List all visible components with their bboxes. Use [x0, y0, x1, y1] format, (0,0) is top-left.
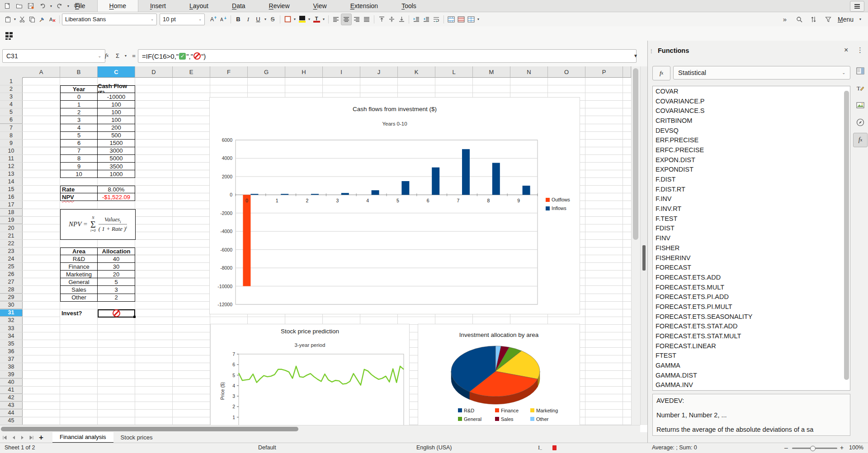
- column-header-P[interactable]: P: [585, 66, 623, 78]
- column-header-B[interactable]: B: [60, 66, 98, 78]
- cashflow-header-year[interactable]: Year: [60, 85, 98, 93]
- menu-button[interactable]: MMenuenu: [838, 14, 854, 25]
- invest-label[interactable]: Invest?: [60, 309, 98, 317]
- allocation-area-Finance[interactable]: Finance: [60, 263, 98, 271]
- cashflow-value-9[interactable]: 3500: [98, 163, 135, 170]
- horizontal-scrollbar-thumb[interactable]: [1, 427, 298, 431]
- function-item-critbinom[interactable]: CRITBINOM: [653, 116, 850, 126]
- function-item-fdist[interactable]: FDIST: [653, 224, 850, 234]
- rate-value[interactable]: 8.00%: [98, 186, 135, 193]
- background-color-button[interactable]: [297, 14, 307, 25]
- function-item-gamma[interactable]: GAMMA: [653, 360, 850, 370]
- function-item-fisher[interactable]: FISHER: [653, 243, 850, 253]
- first-sheet-button[interactable]: [0, 433, 9, 442]
- column-header-E[interactable]: E: [173, 66, 210, 78]
- allocation-header-value[interactable]: Allocation: [98, 248, 135, 255]
- insert-function-button[interactable]: fx: [652, 66, 670, 80]
- sheet-tab-financial-analysis[interactable]: Financial analysis: [52, 432, 113, 443]
- cashflow-year-5[interactable]: 5: [60, 132, 98, 140]
- bold-button[interactable]: B: [233, 14, 243, 25]
- function-item-ftest[interactable]: FTEST: [653, 351, 850, 361]
- function-item-forecast.linear[interactable]: FORECAST.LINEAR: [653, 341, 850, 351]
- cashflow-value-6[interactable]: 1500: [98, 140, 135, 147]
- panel-menu-icon[interactable]: ⋮: [857, 46, 863, 54]
- autosum-button[interactable]: Σ: [113, 50, 123, 61]
- allocation-area-R&D[interactable]: R&D: [60, 255, 98, 263]
- formula-equals-button[interactable]: =: [129, 50, 139, 61]
- column-header-A[interactable]: A: [23, 66, 60, 78]
- underline-button[interactable]: U: [253, 14, 263, 25]
- menu-tab-tools[interactable]: Tools: [390, 0, 428, 12]
- cashflow-year-3[interactable]: 3: [60, 116, 98, 124]
- menu-tab-data[interactable]: Data: [220, 0, 257, 12]
- cashflow-year-4[interactable]: 4: [60, 124, 98, 132]
- sort-button[interactable]: [809, 14, 819, 25]
- styles-deck-icon[interactable]: T: [854, 81, 867, 95]
- zoom-slider[interactable]: [792, 448, 837, 449]
- cashflow-value-2[interactable]: 100: [98, 108, 135, 116]
- function-item-fisherinv[interactable]: FISHERINV: [653, 253, 850, 263]
- toolbar-overflow-button[interactable]: »: [780, 14, 790, 25]
- sidebar-splitter[interactable]: [640, 66, 648, 425]
- cashflow-year-7[interactable]: 7: [60, 147, 98, 155]
- borders-dropdown-arrow[interactable]: ▼: [292, 18, 297, 21]
- horizontal-scrollbar[interactable]: [0, 425, 640, 433]
- borders-button[interactable]: [283, 14, 292, 25]
- line-chart[interactable]: Stock price prediction3-year period01234…: [210, 324, 410, 425]
- cashflow-value-3[interactable]: 100: [98, 116, 135, 124]
- formula-input[interactable]: =IF(C16>0,"✓",""): [138, 49, 637, 63]
- function-item-forecast.ets.pi.mult[interactable]: FORECAST.ETS.PI.MULT: [653, 302, 850, 312]
- increase-indent-button[interactable]: [411, 14, 421, 25]
- autofilter-button[interactable]: [823, 14, 833, 25]
- column-header-L[interactable]: L: [435, 66, 473, 78]
- function-item-forecast[interactable]: FORECAST: [653, 262, 850, 272]
- allocation-value-Finance[interactable]: 30: [98, 263, 135, 271]
- last-sheet-button[interactable]: [27, 433, 36, 442]
- align-bottom-button[interactable]: [396, 14, 406, 25]
- navigator-deck-icon[interactable]: [854, 116, 867, 129]
- font-color-dropdown-arrow[interactable]: ▼: [321, 18, 326, 21]
- clone-formatting-button[interactable]: [37, 14, 47, 25]
- allocation-header-area[interactable]: Area: [60, 248, 98, 255]
- previous-sheet-button[interactable]: [9, 433, 18, 442]
- align-left-button[interactable]: [331, 14, 341, 25]
- bar-chart[interactable]: Cash flows from investment ($)Years 0-10…: [209, 97, 580, 314]
- autosum-dropdown-arrow[interactable]: ▼: [123, 54, 128, 57]
- allocation-value-R&D[interactable]: 40: [98, 255, 135, 263]
- function-item-f.inv[interactable]: F.INV: [653, 194, 850, 204]
- align-right-button[interactable]: [352, 14, 362, 25]
- document-modified-icon[interactable]: [552, 445, 557, 452]
- column-header-I[interactable]: I: [323, 66, 360, 78]
- column-header-O[interactable]: O: [548, 66, 585, 78]
- zoom-percentage[interactable]: 100%: [849, 444, 863, 451]
- language-indicator[interactable]: English (USA): [416, 444, 452, 451]
- merge-and-center-button[interactable]: [446, 14, 456, 25]
- center-vertically-button[interactable]: [387, 14, 396, 25]
- cashflow-value-0[interactable]: -10000: [98, 93, 135, 101]
- paste-dropdown-arrow[interactable]: ▼: [13, 18, 17, 21]
- sidebar-collapse-handle[interactable]: [642, 245, 646, 271]
- column-header-K[interactable]: K: [398, 66, 435, 78]
- unmerge-cells-button[interactable]: [466, 14, 476, 25]
- allocation-value-Marketing[interactable]: 20: [98, 271, 135, 278]
- column-header-M[interactable]: M: [473, 66, 510, 78]
- add-sheet-button[interactable]: +: [36, 433, 46, 442]
- menu-tab-insert[interactable]: Insert: [138, 0, 178, 12]
- rate-label[interactable]: Rate: [60, 186, 98, 193]
- npv-value[interactable]: -$1,522.09: [98, 193, 135, 201]
- vertical-scrollbar[interactable]: [631, 66, 640, 425]
- function-item-expondist[interactable]: EXPONDIST: [653, 165, 850, 175]
- function-item-forecast.ets.pi.add[interactable]: FORECAST.ETS.PI.ADD: [653, 292, 850, 302]
- allocation-area-General[interactable]: General: [60, 278, 98, 286]
- menu-tab-layout[interactable]: Layout: [178, 0, 220, 12]
- npv-label[interactable]: NPV: [60, 193, 98, 201]
- page-style-indicator[interactable]: Default: [258, 444, 276, 451]
- cut-button[interactable]: [17, 14, 27, 25]
- allocation-area-Marketing[interactable]: Marketing: [60, 271, 98, 278]
- function-wizard-button[interactable]: fx: [102, 50, 112, 61]
- column-header-G[interactable]: G: [248, 66, 285, 78]
- cashflow-year-6[interactable]: 6: [60, 140, 98, 147]
- name-box-dropdown-icon[interactable]: ⌄: [98, 54, 101, 58]
- menu-dropdown-arrow[interactable]: ▼: [858, 18, 863, 21]
- function-item-expon.dist[interactable]: EXPON.DIST: [653, 155, 850, 165]
